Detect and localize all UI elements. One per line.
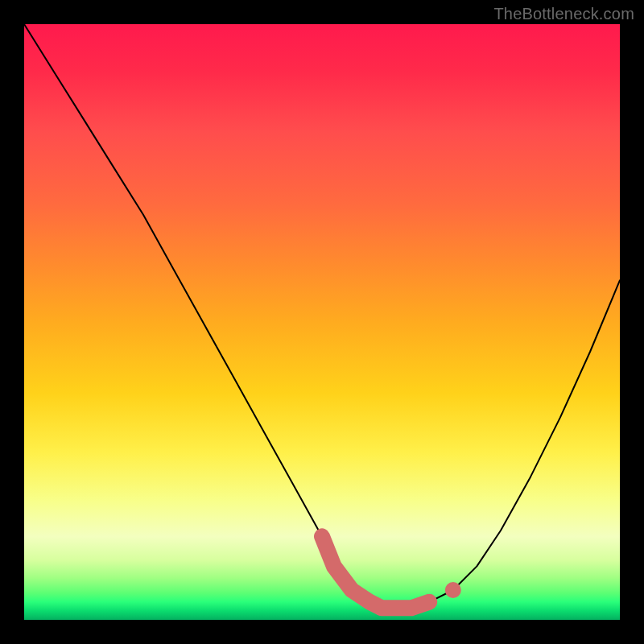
optimal-range-highlight (322, 536, 429, 608)
watermark-text: TheBottleneck.com (493, 5, 634, 23)
chart-svg (24, 24, 620, 620)
plot-area (24, 24, 620, 620)
outer-frame: TheBottleneck.com (0, 0, 644, 644)
optimal-marker (445, 582, 461, 598)
bottleneck-curve (24, 24, 620, 608)
